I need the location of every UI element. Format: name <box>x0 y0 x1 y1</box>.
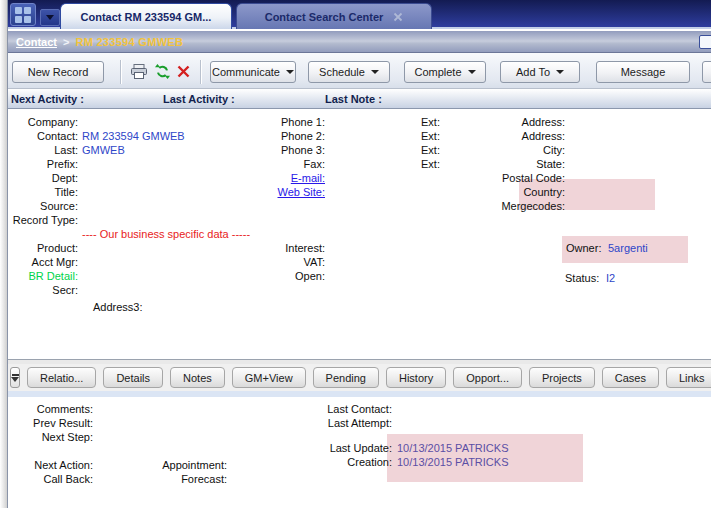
new-record-button[interactable]: New Record <box>12 61 104 83</box>
field-label-country: Country: <box>481 186 565 198</box>
contact-value[interactable]: RM 233594 GMWEB <box>82 130 185 142</box>
tab-gmview[interactable]: GM+View <box>232 367 306 388</box>
goldmine-window: Contact RM 233594 GM... Contact Search C… <box>0 0 711 508</box>
chevron-down-icon <box>46 15 54 20</box>
tab-contact-search-center[interactable]: Contact Search Center <box>236 3 432 29</box>
close-icon[interactable] <box>393 12 403 22</box>
field-label-address2: Address: <box>481 130 565 142</box>
field-label-open: Open: <box>245 270 325 282</box>
field-label-last: Last: <box>8 144 78 156</box>
window-restore-icon[interactable] <box>699 35 711 49</box>
tab-projects[interactable]: Projects <box>529 367 595 388</box>
chevron-down-icon <box>286 70 294 74</box>
field-label-company: Company: <box>8 116 78 128</box>
last-name-value[interactable]: GMWEB <box>82 144 125 156</box>
field-label-last-attempt: Last Attempt: <box>303 417 392 429</box>
business-data-note: ---- Our business specific data ----- <box>82 228 250 240</box>
status-value: I2 <box>606 272 615 284</box>
field-label-prefix: Prefix: <box>8 158 78 170</box>
field-label-city: City: <box>481 144 565 156</box>
tab-links[interactable]: Links <box>666 367 711 388</box>
field-label-vat: VAT: <box>245 256 325 268</box>
top-tab-bar: Contact RM 233594 GM... Contact Search C… <box>8 0 711 29</box>
add-to-button[interactable]: Add To <box>500 61 580 83</box>
last-note-label: Last Note : <box>325 93 382 105</box>
field-label-status: Status: <box>565 272 599 284</box>
field-label-title: Title: <box>8 186 78 198</box>
window-frame-left <box>0 0 8 508</box>
breadcrumb-separator: > <box>63 36 69 48</box>
toolbar: New Record Communicate Schedul <box>8 53 711 89</box>
tab-opportunities[interactable]: Opport... <box>453 367 522 388</box>
field-label-mergecodes: Mergecodes: <box>481 200 565 212</box>
field-label-prev-result: Prev Result: <box>8 417 93 429</box>
field-label-acct-mgr: Acct Mgr: <box>8 256 78 268</box>
breadcrumb: Contact > RM 233594 GMWEB <box>8 31 711 53</box>
website-link[interactable]: Web Site: <box>245 186 325 198</box>
next-activity-label: Next Activity : <box>11 93 84 105</box>
activity-panel: Comments: Prev Result: Next Step: Next A… <box>8 397 711 508</box>
delete-icon[interactable] <box>173 62 193 80</box>
creation-value: 10/13/2015 PATRICKS <box>397 456 509 468</box>
field-label-next-action: Next Action: <box>8 459 93 471</box>
toolbar-separator <box>200 60 201 84</box>
activity-header: Next Activity : Last Activity : Last Not… <box>8 89 711 109</box>
tab-relationships[interactable]: Relatio... <box>27 367 96 388</box>
field-label-forecast: Forecast: <box>142 473 227 485</box>
refresh-icon[interactable] <box>152 62 172 80</box>
tab-details[interactable]: Details <box>103 367 163 388</box>
tab-label: Contact Search Center <box>265 11 384 23</box>
field-label-contact: Contact: <box>8 130 78 142</box>
email-link[interactable]: E-mail: <box>245 172 325 184</box>
field-label-postal-code: Postal Code: <box>481 172 565 184</box>
toolbar-overflow-button[interactable] <box>702 61 711 83</box>
field-label-product: Product: <box>8 242 78 254</box>
chevron-down-icon <box>371 70 379 74</box>
field-label-next-step: Next Step: <box>8 431 93 443</box>
toolbar-separator <box>120 60 121 84</box>
field-label-last-contact: Last Contact: <box>303 403 392 415</box>
tab-contact-record[interactable]: Contact RM 233594 GM... <box>60 3 232 29</box>
field-label-secr: Secr: <box>8 284 78 296</box>
field-label-comments: Comments: <box>8 403 93 415</box>
bottom-tab-strip: Relatio... Details Notes GM+View Pending… <box>8 364 711 391</box>
owner-value: 5argenti <box>608 242 648 254</box>
breadcrumb-current: RM 233594 GMWEB <box>75 36 183 48</box>
field-label-appointment: Appointment: <box>142 459 227 471</box>
tab-collapse-button[interactable] <box>10 367 20 388</box>
field-label-br-detail: BR Detail: <box>8 270 78 282</box>
tab-cases[interactable]: Cases <box>602 367 659 388</box>
tab-list-dropdown-button[interactable] <box>40 9 60 26</box>
tab-history[interactable]: History <box>386 367 446 388</box>
field-label-source: Source: <box>8 200 78 212</box>
contact-detail-panel: Company: Contact: Last: Prefix: Dept: Ti… <box>8 109 711 359</box>
collapse-icon <box>12 374 19 376</box>
breadcrumb-contact-link[interactable]: Contact <box>16 36 57 48</box>
communicate-button[interactable]: Communicate <box>210 61 296 83</box>
field-label-dept: Dept: <box>8 172 78 184</box>
field-label-owner: Owner: <box>566 242 601 254</box>
grid-icon <box>15 7 31 23</box>
field-label-phone3: Phone 3: <box>245 144 325 156</box>
field-label-creation: Creation: <box>303 456 392 468</box>
chevron-down-icon <box>468 70 476 74</box>
complete-button[interactable]: Complete <box>404 61 486 83</box>
field-label-phone1: Phone 1: <box>245 116 325 128</box>
last-update-value: 10/13/2015 PATRICKS <box>397 442 509 454</box>
field-label-state: State: <box>481 158 565 170</box>
field-label-last-update: Last Update: <box>303 442 392 454</box>
schedule-button[interactable]: Schedule <box>308 61 390 83</box>
field-label-ext2: Ext: <box>421 130 440 142</box>
field-label-record-type: Record Type: <box>8 214 78 226</box>
chevron-down-icon <box>556 70 564 74</box>
window-grid-button[interactable] <box>10 3 36 26</box>
message-button[interactable]: Message <box>596 61 690 83</box>
print-icon[interactable] <box>129 62 149 80</box>
field-label-ext1: Ext: <box>421 116 440 128</box>
tab-pending[interactable]: Pending <box>313 367 379 388</box>
field-label-phone2: Phone 2: <box>245 130 325 142</box>
field-label-call-back: Call Back: <box>8 473 93 485</box>
tab-notes[interactable]: Notes <box>170 367 225 388</box>
field-label-ext3: Ext: <box>421 144 440 156</box>
tab-label: Contact RM 233594 GM... <box>81 11 212 23</box>
